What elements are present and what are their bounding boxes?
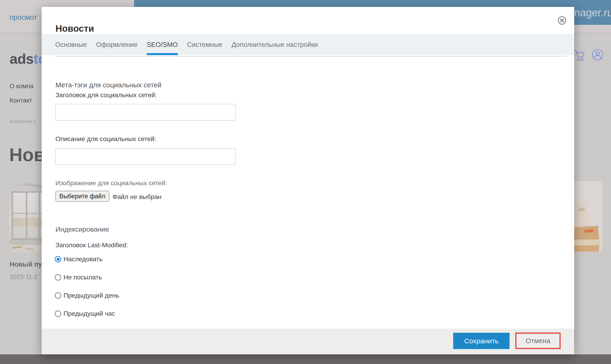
- nav-item-about[interactable]: О компа: [10, 83, 34, 90]
- social-image-label: Изображение для социальных сетей:: [55, 180, 167, 187]
- tab-dop-nastroyki[interactable]: Дополнительные настройки: [232, 34, 318, 55]
- modal-tab-bar: Основные Оформление SEO/SMO Системные До…: [42, 34, 574, 55]
- tab-sistemnye[interactable]: Системные: [187, 34, 222, 55]
- news-card-photo[interactable]: [9, 183, 46, 252]
- annotation-highlight: Отмена: [515, 333, 561, 349]
- radio-predydushchiy-den[interactable]: Предыдущий день: [55, 292, 119, 299]
- meta-tags-section-heading: Мета-тэги для социальных сетей: [55, 81, 162, 89]
- breadcrumb[interactable]: Компания >: [10, 118, 36, 124]
- save-button[interactable]: Сохранить: [453, 333, 510, 349]
- radio-ne-posylat[interactable]: Не посылать: [55, 274, 102, 281]
- news-settings-modal: Новости Основные Оформление SEO/SMO Сист…: [42, 7, 574, 354]
- scrolled-input-edge: [55, 55, 567, 56]
- radio-circle-icon: [55, 311, 61, 317]
- radio-nasledovat[interactable]: Наследовать: [55, 256, 103, 262]
- radio-circle-icon: [55, 256, 61, 262]
- social-description-label: Описание для социальных сетей:: [55, 135, 156, 143]
- photo-window-frame: [39, 191, 40, 240]
- cancel-button[interactable]: Отмена: [516, 334, 559, 348]
- photo-window: [12, 191, 46, 240]
- social-title-input[interactable]: [55, 104, 236, 121]
- page-footer-strip: [0, 354, 611, 364]
- social-title-label: Заголовок для социальных сетей:: [55, 91, 157, 99]
- page-title: Нов: [9, 144, 45, 166]
- radio-label: Не посылать: [64, 274, 102, 281]
- social-description-input[interactable]: [55, 148, 236, 165]
- nav-item-contacts[interactable]: Контакт: [10, 97, 32, 104]
- last-modified-label: Заголовок Last-Modified:: [55, 242, 128, 249]
- radio-label: Предыдущий день: [64, 292, 119, 299]
- modal-footer: Сохранить Отмена: [42, 329, 574, 354]
- radio-label: Наследовать: [64, 256, 103, 263]
- modal-title: Новости: [55, 24, 94, 34]
- tab-osnovnye[interactable]: Основные: [55, 34, 87, 55]
- photo-window-frame: [12, 213, 46, 214]
- radio-circle-icon: [55, 292, 61, 299]
- indexing-section-heading: Индексирование: [55, 225, 109, 233]
- photo-window-frame: [26, 191, 27, 240]
- photo-box: [570, 239, 600, 246]
- tab-oformlenie[interactable]: Оформление: [96, 34, 137, 55]
- choose-file-button[interactable]: Выберите файл: [55, 191, 109, 202]
- modal-scroll-area[interactable]: Мета-тэги для социальных сетей Заголовок…: [42, 55, 574, 329]
- radio-label: Предыдущий час: [64, 310, 115, 317]
- site-domain-label: nager.ru: [574, 6, 611, 19]
- file-status-text: Файл не выбран: [112, 193, 162, 201]
- radio-predydushchiy-chas[interactable]: Предыдущий час: [55, 311, 115, 317]
- site-logo[interactable]: adsto: [10, 51, 46, 67]
- cart-icon[interactable]: [574, 49, 585, 63]
- site-preview-link[interactable]: просмот: [10, 13, 37, 22]
- account-icon[interactable]: [592, 49, 604, 62]
- close-icon[interactable]: [557, 16, 567, 25]
- tab-seo-smo[interactable]: SEO/SMO: [147, 34, 178, 55]
- news-card-date: 2023-11-2: [10, 273, 38, 281]
- photo-window-sill: [9, 240, 46, 245]
- news-card-title[interactable]: Новый пу: [10, 260, 42, 268]
- radio-circle-icon: [55, 274, 61, 281]
- site-logo-part1: ads: [10, 51, 34, 67]
